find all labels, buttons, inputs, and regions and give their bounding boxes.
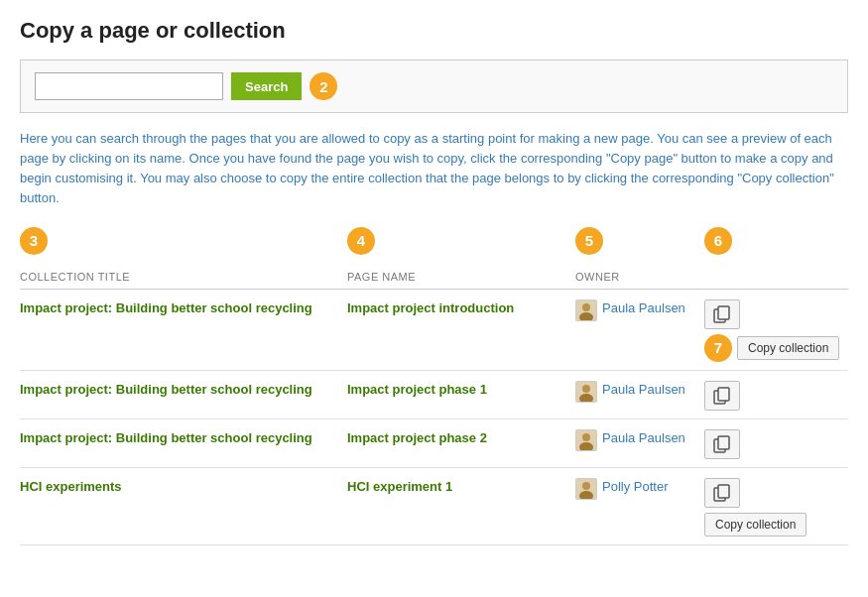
copy-page-button[interactable] [704,429,740,459]
avatar [575,299,597,321]
action-cell [704,381,848,411]
badge-5: 5 [575,227,603,255]
col-owner-header: 5 OWNER [575,227,704,284]
page-cell[interactable]: HCI experiment 1 [347,478,575,496]
col-page-header: 4 PAGE NAME [347,227,575,284]
owner-name: Paula Paulsen [602,299,685,317]
col-action-header: 6 [704,227,848,269]
owner-label: OWNER [575,271,620,283]
info-text: Here you can search through the pages th… [20,129,848,209]
collection-cell[interactable]: Impact project: Building better school r… [20,429,347,447]
copy-collection-button[interactable]: Copy collection [704,513,806,537]
search-button[interactable]: Search [231,72,302,100]
svg-rect-4 [718,306,729,319]
collection-cell[interactable]: Impact project: Building better school r… [20,381,347,399]
owner-name: Polly Potter [602,478,668,496]
avatar [575,429,597,451]
owner-name: Paula Paulsen [602,381,685,399]
action-cell: Copy collection [704,478,848,537]
badge-3: 3 [20,227,48,255]
table-row: Impact project: Building better school r… [20,371,848,419]
copy-page-button[interactable] [704,299,740,329]
action-cell: 7Copy collection [704,299,848,362]
page-cell[interactable]: Impact project introduction [347,299,575,317]
avatar [575,478,597,500]
badge-4: 4 [347,227,375,255]
collection-title-label: COLLECTION TITLE [20,271,130,283]
badge-2: 2 [310,72,337,100]
svg-rect-9 [718,388,729,401]
owner-cell: Paula Paulsen [575,299,704,321]
page-cell[interactable]: Impact project phase 2 [347,429,575,447]
copy-collection-button[interactable]: Copy collection [737,336,839,360]
search-bar: Search 2 [20,60,848,113]
svg-point-16 [582,482,590,490]
column-headers: 3 COLLECTION TITLE 4 PAGE NAME 5 OWNER 6 [20,227,848,290]
action-cell [704,429,848,459]
table-row: HCI experimentsHCI experiment 1 Polly Po… [20,468,848,545]
owner-cell: Polly Potter [575,478,704,500]
copy-page-button[interactable] [704,381,740,411]
collection-cell[interactable]: HCI experiments [20,478,347,496]
page-name-label: PAGE NAME [347,271,416,283]
table-row: Impact project: Building better school r… [20,290,848,371]
collection-cell[interactable]: Impact project: Building better school r… [20,299,347,317]
page-title: Copy a page or collection [20,18,848,44]
owner-name: Paula Paulsen [602,429,685,447]
copy-page-button[interactable] [704,478,740,508]
svg-point-11 [582,433,590,441]
svg-point-6 [582,385,590,393]
avatar [575,381,597,403]
svg-point-1 [582,303,590,311]
badge-6: 6 [704,227,732,255]
search-input[interactable] [35,72,223,100]
col-collection-header: 3 COLLECTION TITLE [20,227,347,284]
badge-7: 7 [704,334,732,362]
page-cell[interactable]: Impact project phase 1 [347,381,575,399]
results-table: Impact project: Building better school r… [20,290,848,545]
owner-cell: Paula Paulsen [575,429,704,451]
svg-rect-19 [718,485,729,498]
table-row: Impact project: Building better school r… [20,419,848,468]
svg-rect-14 [718,436,729,449]
owner-cell: Paula Paulsen [575,381,704,403]
